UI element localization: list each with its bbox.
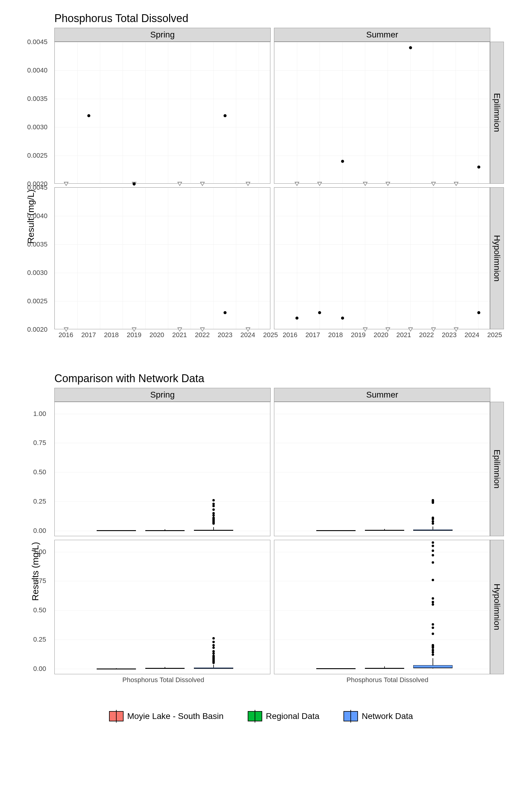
outlier-point bbox=[432, 516, 434, 519]
box-median bbox=[365, 668, 404, 669]
facet-row-epilimnion-b: Epilimnion bbox=[490, 402, 504, 536]
data-point bbox=[87, 114, 90, 117]
y-tick: 0.0020 bbox=[27, 326, 47, 333]
legend-swatch bbox=[248, 711, 262, 722]
censored-marker-icon bbox=[363, 182, 368, 186]
x-tick: 2020 bbox=[374, 331, 388, 339]
outlier-point bbox=[432, 603, 434, 606]
y-tick: 0.0045 bbox=[27, 38, 47, 46]
censored-marker-icon bbox=[295, 182, 299, 186]
outlier-point bbox=[432, 541, 434, 544]
outlier-point bbox=[213, 655, 215, 657]
legend-item: Regional Data bbox=[248, 711, 319, 722]
x-tick: 2019 bbox=[351, 331, 365, 339]
data-point bbox=[341, 160, 344, 163]
censored-marker-icon bbox=[177, 182, 182, 186]
outlier-point bbox=[432, 627, 434, 629]
box-median bbox=[97, 669, 136, 669]
y-tick: 0.0025 bbox=[27, 151, 47, 160]
censored-marker-icon bbox=[200, 182, 205, 186]
box-median bbox=[316, 669, 356, 669]
y-tick: 0.50 bbox=[33, 606, 46, 614]
outlier-point bbox=[432, 545, 434, 547]
legend-label: Moyie Lake - South Basin bbox=[127, 711, 223, 721]
y-tick: 0.0040 bbox=[27, 66, 47, 74]
data-point bbox=[477, 311, 480, 314]
censored-marker-icon bbox=[431, 182, 436, 186]
x-tick: 2021 bbox=[172, 331, 187, 339]
outlier-point bbox=[213, 505, 215, 507]
y-tick: 0.0025 bbox=[27, 297, 47, 305]
y-tick: 0.0035 bbox=[27, 95, 47, 103]
censored-marker-icon bbox=[246, 182, 250, 186]
facet-col-summer: Summer bbox=[274, 28, 490, 42]
y-tick: 0.75 bbox=[33, 577, 46, 585]
outlier-point bbox=[213, 650, 215, 652]
outlier-point bbox=[432, 633, 434, 635]
outlier-point bbox=[213, 644, 215, 647]
x-tick: 2025 bbox=[263, 331, 278, 339]
outlier-point bbox=[432, 651, 434, 653]
x-tick: 2021 bbox=[396, 331, 411, 339]
y-tick: 0.0045 bbox=[27, 184, 47, 191]
outlier-point bbox=[213, 641, 215, 643]
data-point bbox=[223, 311, 226, 314]
x-tick: 2020 bbox=[149, 331, 164, 339]
box-median bbox=[145, 530, 185, 531]
x-tick: Phosphorus Total Dissolved bbox=[122, 676, 204, 684]
top-chart: Result (mg/L) 0.00200.00250.00300.00350.… bbox=[54, 28, 504, 351]
outlier-point bbox=[213, 637, 215, 640]
outlier-point bbox=[213, 514, 215, 516]
facet-row-hypolimnion-b: Hypolimnion bbox=[490, 540, 504, 674]
outlier-point bbox=[432, 597, 434, 600]
y-tick: 1.00 bbox=[33, 410, 46, 418]
facet-col-spring-b: Spring bbox=[54, 388, 271, 402]
x-tick: 2022 bbox=[195, 331, 209, 339]
data-point bbox=[296, 317, 299, 320]
legend-swatch bbox=[343, 711, 358, 722]
x-tick: 2016 bbox=[59, 331, 74, 339]
box-median bbox=[413, 530, 453, 531]
chart-title-top: Phosphorus Total Dissolved bbox=[54, 12, 504, 25]
x-tick: 2025 bbox=[487, 331, 502, 339]
outlier-point bbox=[213, 652, 215, 655]
outlier-point bbox=[432, 561, 434, 564]
outlier-point bbox=[213, 499, 215, 502]
bottom-chart: Results (mg/L) 0.000.250.500.751.000.000… bbox=[54, 388, 504, 696]
legend-label: Network Data bbox=[362, 711, 413, 721]
x-tick: Phosphorus Total Dissolved bbox=[346, 676, 428, 684]
y-tick: 1.00 bbox=[33, 548, 46, 556]
censored-marker-icon bbox=[385, 182, 390, 186]
data-point bbox=[318, 311, 321, 314]
legend-label: Regional Data bbox=[266, 711, 319, 721]
x-tick: 2022 bbox=[419, 331, 434, 339]
box-median bbox=[145, 668, 185, 669]
outlier-point bbox=[213, 503, 215, 505]
outlier-point bbox=[213, 508, 215, 511]
facet-col-spring: Spring bbox=[54, 28, 271, 42]
facet-col-summer-b: Summer bbox=[274, 388, 490, 402]
outlier-point bbox=[432, 522, 434, 525]
outlier-point bbox=[432, 549, 434, 552]
box-median bbox=[365, 530, 404, 531]
data-point bbox=[409, 46, 412, 49]
x-tick: 2023 bbox=[218, 331, 232, 339]
facet-row-hypolimnion: Hypolimnion bbox=[490, 187, 504, 329]
outlier-point bbox=[432, 623, 434, 626]
outlier-point bbox=[432, 499, 434, 502]
y-tick: 0.0035 bbox=[27, 241, 47, 248]
outlier-point bbox=[213, 516, 215, 519]
data-point bbox=[223, 114, 226, 117]
box-median bbox=[194, 530, 233, 531]
y-tick: 0.00 bbox=[33, 665, 46, 673]
outlier-point bbox=[432, 579, 434, 581]
y-tick: 0.50 bbox=[33, 468, 46, 476]
x-tick: 2024 bbox=[240, 331, 255, 339]
censored-marker-icon bbox=[454, 182, 459, 186]
x-tick: 2017 bbox=[81, 331, 96, 339]
x-tick: 2019 bbox=[126, 331, 141, 339]
x-tick: 2018 bbox=[328, 331, 343, 339]
outlier-point bbox=[432, 653, 434, 656]
x-tick: 2016 bbox=[283, 331, 298, 339]
outlier-point bbox=[213, 647, 215, 649]
